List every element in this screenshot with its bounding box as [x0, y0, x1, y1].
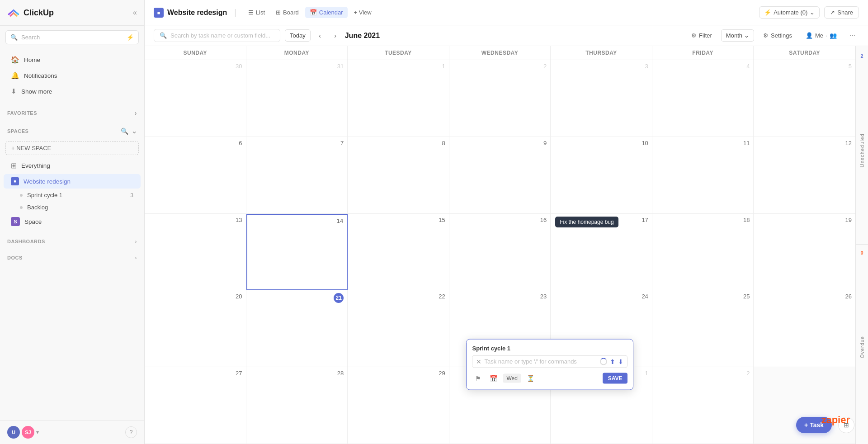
sidebar-item-everything[interactable]: ⊞ Everything — [4, 158, 141, 173]
cell-date-13: 13 — [148, 217, 242, 223]
calendar-cell-21[interactable]: 21 — [246, 290, 348, 367]
cell-date-11: 11 — [656, 140, 750, 146]
calendar-cell-14[interactable]: 14 — [246, 214, 348, 291]
calendar-cell-18[interactable]: 18 — [652, 214, 754, 291]
calendar-cell-28[interactable]: 28 — [246, 367, 348, 444]
more-options-button[interactable]: ··· — [846, 29, 859, 42]
calendar-cell-19[interactable]: 19 — [754, 214, 855, 291]
confirm-icon[interactable]: ⬇ — [618, 358, 623, 365]
tab-list[interactable]: ☰ List — [244, 7, 269, 18]
add-view-button[interactable]: + View — [349, 7, 376, 18]
avatar-u[interactable]: U — [7, 426, 20, 439]
day-header-wednesday: Wednesday — [449, 46, 551, 60]
calendar-cell-12[interactable]: 12 — [754, 137, 855, 214]
calendar-cell-jun3-prev[interactable]: 3 — [551, 60, 652, 137]
help-button[interactable]: ? — [125, 426, 137, 438]
calendar-search-placeholder: Search by task name or custom field... — [170, 32, 270, 39]
share-icon: ↗ — [830, 9, 835, 16]
popup-close-button[interactable]: ✕ — [476, 358, 481, 365]
me-separator: · — [826, 32, 827, 39]
filter-label: Filter — [699, 32, 712, 39]
cell-date-17: 17 — [554, 217, 648, 223]
popup-calendar-button[interactable]: 📅 — [487, 372, 499, 384]
logo[interactable]: ClickUp — [7, 6, 54, 19]
sidebar-search-bar[interactable]: 🔍 Search ⚡ — [5, 30, 139, 44]
avatar-dropdown-icon[interactable]: ▾ — [36, 429, 39, 435]
calendar-cell-27[interactable]: 27 — [145, 367, 246, 444]
automate-button[interactable]: ⚡ Automate (0) ⌄ — [759, 6, 820, 19]
unscheduled-label: Unscheduled — [859, 133, 865, 167]
tab-calendar[interactable]: 📅 Calendar — [305, 7, 348, 18]
cell-date-may31: 31 — [250, 63, 344, 70]
calendar-cell-jul2[interactable]: 2 — [652, 367, 754, 444]
calendar-toolbar-right: ⚙ Filter Month ⌄ ⚙ Settings 👤 Me · 👥 ··· — [687, 29, 859, 42]
calendar-cell-7[interactable]: 7 — [246, 137, 348, 214]
calendar-cell-10[interactable]: 10 — [551, 137, 652, 214]
sidebar-item-home-label: Home — [24, 57, 40, 63]
calendar-icon: 📅 — [310, 9, 317, 16]
docs-expand-icon[interactable]: › — [135, 255, 137, 260]
spaces-expand-icon[interactable]: ⌄ — [132, 128, 137, 135]
overdue-section[interactable]: 0 Overdue — [856, 246, 868, 441]
sidebar-item-show-more[interactable]: ⬇ Show more — [4, 84, 141, 99]
calendar-cell-6[interactable]: 6 — [145, 137, 246, 214]
calendar-cell-17[interactable]: 17 Fix the homepage bug — [551, 214, 652, 291]
sprint-cycle-dot-icon — [20, 194, 23, 197]
task-name-input[interactable] — [484, 358, 597, 365]
calendar-cell-9[interactable]: 9 — [449, 137, 551, 214]
calendar-cell-11[interactable]: 11 — [652, 137, 754, 214]
calendar-cell-20[interactable]: 20 — [145, 290, 246, 367]
calendar-cell-13[interactable]: 13 — [145, 214, 246, 291]
popup-hourglass-button[interactable]: ⏳ — [525, 372, 537, 384]
calendar-cell-22[interactable]: 22 — [348, 290, 449, 367]
calendar-search[interactable]: 🔍 Search by task name or custom field... — [154, 29, 280, 42]
next-month-button[interactable]: › — [330, 30, 341, 42]
calendar-cell-15[interactable]: 15 — [348, 214, 449, 291]
calendar-cell-jun2-prev[interactable]: 2 — [449, 60, 551, 137]
avatar-sj[interactable]: SJ — [22, 426, 34, 439]
calendar-cell-23[interactable]: 23 Sprint cycle 1 ✕ ⬆ ⬇ ⚑ � — [449, 290, 551, 367]
sidebar-item-sprint-cycle[interactable]: Sprint cycle 1 3 — [4, 189, 141, 201]
sidebar-item-home[interactable]: 🏠 Home — [4, 52, 141, 67]
expand-icon[interactable]: ⬆ — [610, 358, 615, 365]
today-button[interactable]: Today — [285, 29, 311, 42]
calendar-cell-26[interactable]: 26 — [754, 290, 855, 367]
filter-button[interactable]: ⚙ Filter — [687, 30, 717, 41]
calendar-cell-jun1-prev[interactable]: 1 — [348, 60, 449, 137]
dashboards-expand-icon[interactable]: › — [135, 239, 137, 244]
calendar-cell-8[interactable]: 8 — [348, 137, 449, 214]
popup-date-badge[interactable]: Wed — [503, 373, 521, 383]
calendar-cell-29[interactable]: 29 — [348, 367, 449, 444]
add-view-label: + View — [354, 9, 372, 16]
sidebar-item-space[interactable]: S Space — [4, 214, 141, 229]
loading-spinner — [600, 358, 607, 365]
popup-flag-button[interactable]: ⚑ — [472, 372, 484, 384]
calendar-cell-16[interactable]: 16 — [449, 214, 551, 291]
calendar-cell-jun4-prev[interactable]: 4 — [652, 60, 754, 137]
calendar-cell-jun5-prev[interactable]: 5 — [754, 60, 855, 137]
calendar-cell-may31[interactable]: 31 — [246, 60, 348, 137]
tab-board[interactable]: ⊞ Board — [271, 7, 303, 18]
prev-month-button[interactable]: ‹ — [314, 30, 326, 42]
sidebar-item-backlog[interactable]: Backlog — [4, 202, 141, 213]
calendar-cell-may30[interactable]: 30 — [145, 60, 246, 137]
settings-button[interactable]: ⚙ Settings — [759, 30, 797, 41]
sidebar-item-notifications[interactable]: 🔔 Notifications — [4, 68, 141, 83]
sidebar-item-sprint-cycle-label: Sprint cycle 1 — [27, 192, 62, 198]
sidebar-collapse-button[interactable]: « — [133, 9, 137, 17]
share-button[interactable]: ↗ Share — [824, 6, 859, 19]
spaces-search-icon[interactable]: 🔍 — [121, 128, 129, 135]
save-task-button[interactable]: SAVE — [603, 373, 628, 383]
flash-icon: ⚡ — [127, 34, 134, 41]
me-filter-button[interactable]: 👤 Me · 👥 — [801, 30, 841, 41]
user-avatar-group[interactable]: U SJ ▾ — [7, 426, 39, 439]
chevron-right-icon[interactable]: › — [135, 109, 137, 117]
calendar-cell-25[interactable]: 25 — [652, 290, 754, 367]
sidebar-item-website-redesign[interactable]: ■ Website redesign — [4, 174, 141, 189]
month-view-button[interactable]: Month ⌄ — [721, 29, 754, 42]
cell-date-10: 10 — [554, 140, 648, 146]
overdue-label: Overdue — [859, 336, 865, 358]
spaces-section-actions: 🔍 ⌄ — [121, 128, 137, 135]
unscheduled-section[interactable]: 2 Unscheduled — [856, 50, 868, 245]
new-space-button[interactable]: + NEW SPACE — [5, 141, 139, 155]
